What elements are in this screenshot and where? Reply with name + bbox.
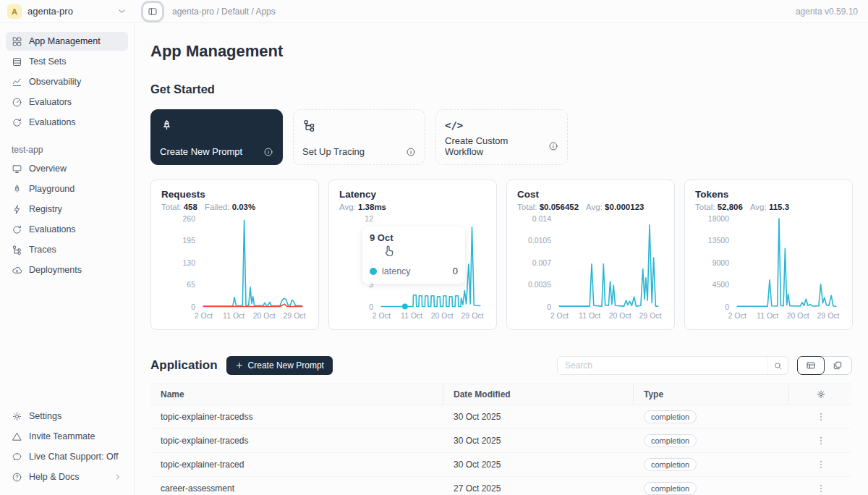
app-name: topic-explainer-tracedss xyxy=(150,412,443,422)
svg-text:0: 0 xyxy=(547,302,551,311)
kebab-menu-icon[interactable] xyxy=(813,409,829,425)
svg-text:11 Oct: 11 Oct xyxy=(579,311,600,320)
app-date: 27 Oct 2025 xyxy=(443,483,634,494)
svg-text:12: 12 xyxy=(365,214,373,223)
requests-chart[interactable]: 0651301952602 Oct11 Oct20 Oct29 Oct xyxy=(161,214,308,323)
tree-icon xyxy=(302,117,416,133)
sidebar-item-registry[interactable]: Registry xyxy=(6,200,128,219)
sidebar-item-evaluations[interactable]: Evaluations xyxy=(6,113,128,132)
svg-text:195: 195 xyxy=(182,236,195,245)
chevron-right-icon xyxy=(114,473,122,481)
cost-chart[interactable]: 00.00350.0070.01050.0142 Oct11 Oct20 Oct… xyxy=(517,214,664,323)
search-icon[interactable] xyxy=(767,357,788,374)
sidebar-item-observability[interactable]: Observability xyxy=(6,72,128,91)
sidebar-item-label: Observability xyxy=(29,77,81,87)
create-custom-workflow-card[interactable]: </> Create Custom Workflow xyxy=(435,109,568,165)
tokens-chart[interactable]: 04500900013500180002 Oct11 Oct20 Oct29 O… xyxy=(695,214,842,323)
sidebar-item-label: Live Chat Support: Off xyxy=(29,452,118,462)
sidebar-item-traces[interactable]: Traces xyxy=(6,240,128,259)
info-icon[interactable] xyxy=(548,141,558,151)
sidebar-item-label: App Management xyxy=(29,36,101,46)
sidebar-item-label: Invite Teammate xyxy=(29,431,95,441)
sidebar-item-help-docs[interactable]: Help & Docs xyxy=(6,468,128,486)
table-row[interactable]: topic-explainer-traced 30 Oct 2025 compl… xyxy=(150,453,852,477)
button-label: Create New Prompt xyxy=(248,360,324,371)
cloud-up-icon xyxy=(12,265,22,276)
app-type: completion xyxy=(634,434,789,447)
page-title: App Management xyxy=(150,42,852,61)
refresh-icon xyxy=(12,224,22,235)
sidebar-item-playground[interactable]: Playground xyxy=(6,179,128,198)
svg-text:13500: 13500 xyxy=(708,236,729,245)
svg-text:65: 65 xyxy=(187,280,195,289)
kebab-menu-icon[interactable] xyxy=(813,457,829,473)
tokens-card: Tokens Total: 52,806Avg: 115.3 045009000… xyxy=(684,179,853,330)
stat-label: Avg: xyxy=(750,203,767,211)
sidebar-item-label: Deployments xyxy=(29,265,82,275)
breadcrumb[interactable]: agenta-pro / Default / Apps xyxy=(172,7,276,17)
sidebar-toggle-button[interactable] xyxy=(143,3,162,20)
table-body: topic-explainer-tracedss 30 Oct 2025 com… xyxy=(150,405,852,495)
tooltip-value: 0 xyxy=(453,266,458,276)
app-type: completion xyxy=(634,410,789,423)
svg-text:20 Oct: 20 Oct xyxy=(431,311,454,320)
create-new-prompt-card[interactable]: Create New Prompt xyxy=(150,109,283,165)
svg-text:4500: 4500 xyxy=(712,280,730,289)
cost-card: Cost Total: $0.056452Avg: $0.000123 00.0… xyxy=(506,179,675,330)
create-new-prompt-button[interactable]: Create New Prompt xyxy=(226,356,333,375)
stat-value: 115.3 xyxy=(769,203,789,211)
table-view-button[interactable] xyxy=(797,356,825,375)
svg-text:11 Oct: 11 Oct xyxy=(223,311,244,320)
svg-text:29 Oct: 29 Oct xyxy=(284,311,306,320)
card-view-button[interactable] xyxy=(824,357,851,374)
stat-value: $0.000123 xyxy=(605,203,644,211)
sidebar-item-test-sets[interactable]: Test Sets xyxy=(6,52,128,71)
chevron-down-icon xyxy=(116,6,127,17)
svg-text:20 Oct: 20 Oct xyxy=(253,311,276,320)
column-settings[interactable] xyxy=(789,389,852,399)
info-icon[interactable] xyxy=(406,147,416,157)
sidebar-item-live-chat[interactable]: Live Chat Support: Off xyxy=(6,447,128,466)
stats-row: Requests Total: 458Failed: 0.03% 0651301… xyxy=(150,179,852,330)
app-name: topic-explainer-traceds xyxy=(150,436,443,446)
svg-text:0.007: 0.007 xyxy=(532,258,551,267)
table-row[interactable]: topic-explainer-tracedss 30 Oct 2025 com… xyxy=(150,405,852,429)
column-header-type[interactable]: Type xyxy=(634,384,789,405)
sidebar-item-invite-teammate[interactable]: Invite Teammate xyxy=(6,427,128,446)
sidebar-item-deployments[interactable]: Deployments xyxy=(6,261,128,279)
bolt-icon xyxy=(12,204,22,215)
search-input[interactable] xyxy=(558,360,767,371)
set-up-tracing-card[interactable]: Set Up Tracing xyxy=(293,109,425,165)
table-row[interactable]: topic-explainer-traceds 30 Oct 2025 comp… xyxy=(150,429,852,453)
app-type: completion xyxy=(634,482,789,495)
info-icon[interactable] xyxy=(263,147,273,157)
type-badge: completion xyxy=(644,458,697,471)
stat-value: 458 xyxy=(184,203,197,211)
app-date: 30 Oct 2025 xyxy=(443,436,634,446)
table-row[interactable]: career-assessment 27 Oct 2025 completion xyxy=(150,477,852,495)
workspace-selector[interactable]: A agenta-pro xyxy=(0,4,135,19)
sidebar-item-settings[interactable]: Settings xyxy=(6,407,128,426)
sidebar-item-label: Traces xyxy=(29,245,56,255)
svg-text:0: 0 xyxy=(191,302,195,311)
sidebar-item-evaluators[interactable]: Evaluators xyxy=(6,93,128,111)
column-header-name[interactable]: Name xyxy=(150,384,443,405)
kebab-menu-icon[interactable] xyxy=(813,433,829,449)
line-chart-icon xyxy=(12,77,22,88)
column-header-date[interactable]: Date Modified xyxy=(443,384,634,405)
card-label: Create Custom Workflow xyxy=(445,135,548,157)
stat-value: 52,806 xyxy=(718,203,743,211)
code-icon: </> xyxy=(445,117,558,133)
sidebar-item-label: Help & Docs xyxy=(29,472,79,482)
get-started-heading: Get Started xyxy=(150,82,852,96)
app-name: topic-explainer-traced xyxy=(150,460,443,470)
stat-title: Tokens xyxy=(695,189,842,200)
tree-icon xyxy=(12,245,22,255)
sidebar-item-evaluations-app[interactable]: Evaluations xyxy=(6,220,128,239)
triangle-icon xyxy=(12,431,22,442)
svg-text:29 Oct: 29 Oct xyxy=(817,311,840,320)
svg-text:2 Oct: 2 Oct xyxy=(373,311,391,320)
sidebar-item-app-management[interactable]: App Management xyxy=(6,32,128,51)
sidebar-item-overview[interactable]: Overview xyxy=(6,159,128,178)
kebab-menu-icon[interactable] xyxy=(813,481,829,495)
